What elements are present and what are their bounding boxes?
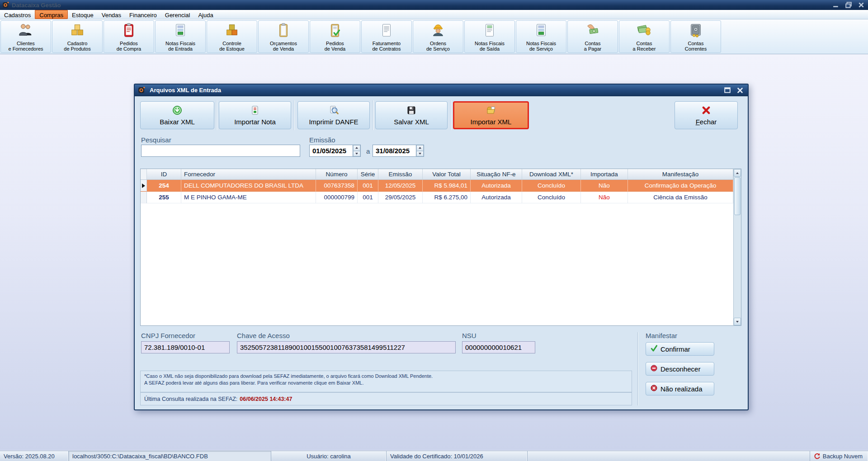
header-id[interactable]: ID [147,169,181,179]
cell-fornecedor: M E PINHO GAMA-ME [181,192,316,203]
toolbar-pedidos-venda[interactable]: Pedidos de Venda [310,20,360,53]
nao-realizada-button[interactable]: Não realizada [646,382,714,395]
toolbar-nf-entrada[interactable]: Notas Fiscais de Entrada [155,20,206,53]
date-from-value: 01/05/2025 [310,147,353,155]
scrollbar-thumb[interactable] [734,177,741,215]
header-situacao[interactable]: Situação NF-e [471,169,522,179]
safe-icon [688,23,703,40]
cell-situacao: Autorizada [471,180,522,192]
nsu-field[interactable]: 000000000010621 [462,341,535,353]
cell-numero: 000000799 [316,192,358,203]
dialog-maximize-icon[interactable] [724,88,731,93]
date-to-value: 31/08/2025 [373,147,416,155]
header-download-xml[interactable]: Download XML* [522,169,581,179]
table-scrollbar[interactable] [733,169,741,325]
sefaz-note-line1: *Caso o XML não seja disponibilizado par… [144,373,628,380]
cell-serie: 001 [358,180,378,192]
cell-manifestacao: Confirmação da Operação [628,180,733,192]
toolbar-clientes-fornecedores[interactable]: Clientes e Fornecedores [0,20,51,53]
importar-xml-button[interactable]: Importar XML [453,101,529,129]
toolbar-label: Clientes e Fornecedores [8,41,43,52]
header-numero[interactable]: Número [316,169,358,179]
salvar-xml-button[interactable]: Salvar XML [375,101,448,129]
header-importada[interactable]: Importada [581,169,628,179]
table-row[interactable]: 255 M E PINHO GAMA-ME 000000799 001 29/0… [141,192,733,203]
toolbar-label: Cadastro de Produtos [64,41,90,52]
minimize-icon[interactable] [833,2,839,8]
table-row[interactable]: 254 DELL COMPUTADORES DO BRASIL LTDA 007… [141,180,733,192]
x-circle-icon [651,385,657,393]
header-valor-total[interactable]: Valor Total [423,169,471,179]
desktop-area: Arquivos XML de Entrada Baixar XML Impor… [0,54,868,450]
toolbar-contas-receber[interactable]: Contas a Receber [619,20,670,53]
last-query-label: Última Consulta realizada na SEFAZ: [144,396,237,402]
restore-icon[interactable] [845,2,852,8]
fechar-label: Fechar [696,118,717,126]
imprimir-danfe-button[interactable]: Imprimir DANFE [297,101,370,129]
menu-ajuda[interactable]: Ajuda [194,10,217,19]
cell-id: 254 [147,180,181,192]
main-toolbar: Clientes e Fornecedores Cadastro de Prod… [0,19,868,54]
menu-vendas[interactable]: Vendas [98,10,125,19]
scroll-down-icon[interactable] [734,318,741,325]
menu-compras[interactable]: Compras [35,10,68,19]
dialog-close-icon[interactable] [737,88,743,93]
sefaz-note-box: *Caso o XML não seja disponibilizado par… [140,371,632,392]
toolbar-label: Pedidos de Compra [117,41,141,52]
toolbar-label: Ordens de Serviço [426,41,450,52]
chave-acesso-field[interactable]: 3525057238118900100155001007637358149951… [237,341,456,353]
header-fornecedor[interactable]: Fornecedor [181,169,316,179]
last-query-value: 06/06/2025 14:43:47 [240,396,292,402]
baixar-xml-button[interactable]: Baixar XML [140,101,214,129]
dialog-title: Arquivos XML de Entrada [150,87,221,94]
cell-fornecedor: DELL COMPUTADORES DO BRASIL LTDA [181,180,316,192]
importar-xml-label: Importar XML [471,118,512,126]
date-to-field[interactable]: 31/08/2025 [373,145,424,157]
toolbar-pedidos-compra[interactable]: Pedidos de Compra [104,20,154,53]
date-to-spinner[interactable] [416,145,424,156]
backup-nuvem-indicator[interactable]: Backup Nuvem [810,451,868,461]
menu-estoque[interactable]: Estoque [68,10,98,19]
toolbar-controle-estoque[interactable]: Controle de Estoque [207,20,257,53]
date-from-field[interactable]: 01/05/2025 [309,145,361,157]
importar-nota-button[interactable]: Importar Nota [219,101,291,129]
cloud-backup-icon [814,453,821,460]
date-from-spinner[interactable] [353,145,360,156]
clients-suppliers-icon [18,23,33,40]
header-manifestacao[interactable]: Manifestação [628,169,733,179]
clipboard-icon [276,23,291,40]
close-icon[interactable] [858,2,864,8]
scroll-up-icon[interactable] [734,169,741,177]
toolbar-orcamentos-venda[interactable]: Orçamentos de Venda [258,20,309,53]
fechar-button[interactable]: Fechar [675,101,738,129]
sefaz-note-line2: A SEFAZ poderá levar até alguns dias par… [144,380,628,386]
menu-cadastros[interactable]: Cadastros [0,10,35,19]
header-emissao[interactable]: Emissão [378,169,423,179]
toolbar-label: Orçamentos de Venda [270,41,297,52]
cnpj-field[interactable]: 72.381.189/0010-01 [141,341,230,353]
toolbar-faturamento-contratos[interactable]: Faturamento de Contratos [361,20,412,53]
toolbar-nf-saida[interactable]: Notas Fiscais de Saída [464,20,515,53]
main-titlebar: Datacaixa Gestão [0,0,868,10]
desconhecer-button[interactable]: Desconhecer [646,362,714,376]
menu-gerencial[interactable]: Gerencial [161,10,194,19]
service-invoice-icon [533,23,549,40]
money-coins-icon [637,23,652,40]
toolbar-label: Notas Fiscais de Entrada [165,41,195,52]
menu-financeiro[interactable]: Financeiro [125,10,161,19]
toolbar-label: Pedidos de Venda [325,41,346,52]
toolbar-contas-pagar[interactable]: Contas a Pagar [567,20,618,53]
toolbar-ordens-servico[interactable]: Ordens de Serviço [413,20,463,53]
toolbar-contas-correntes[interactable]: Contas Correntes [670,20,721,53]
header-serie[interactable]: Série [358,169,378,179]
toolbar-cadastro-produtos[interactable]: Cadastro de Produtos [52,20,103,53]
invoice-out-icon [482,23,497,40]
cell-id: 255 [147,192,181,203]
status-version: Versão: 2025.08.20 [0,451,69,461]
confirmar-button[interactable]: Confirmar [646,342,714,356]
imprimir-danfe-label: Imprimir DANFE [309,118,358,126]
toolbar-nf-servico[interactable]: Notas Fiscais de Serviço [516,20,566,53]
menubar: Cadastros Compras Estoque Vendas Finance… [0,10,868,19]
clipboard-check-icon [327,23,343,40]
search-input[interactable] [141,145,300,157]
